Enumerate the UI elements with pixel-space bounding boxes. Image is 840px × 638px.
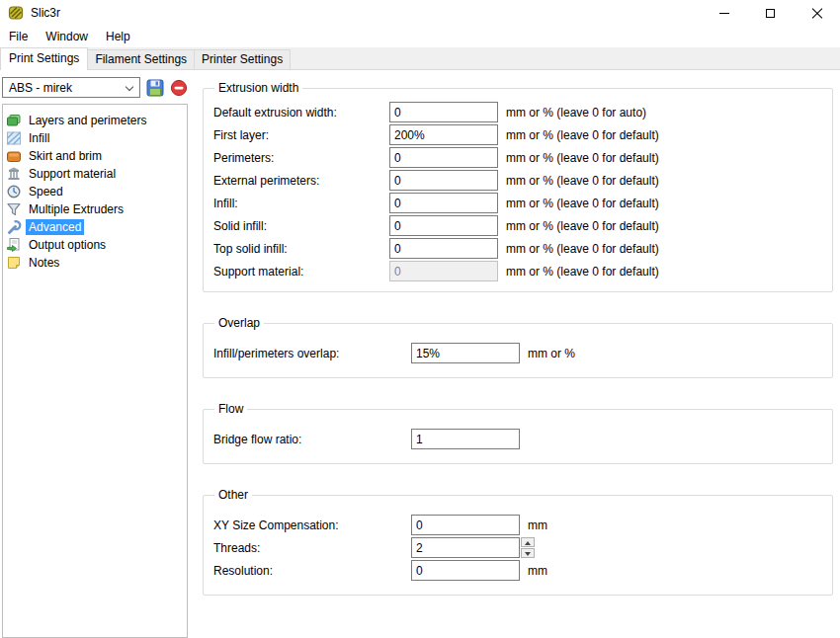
setting-label: Default extrusion width: bbox=[213, 106, 389, 120]
setting-row-default-extrusion-width: Default extrusion width: mm or % (leave … bbox=[213, 101, 822, 123]
settings-panel: Extrusion width Default extrusion width:… bbox=[188, 70, 840, 638]
note-icon bbox=[6, 255, 22, 271]
menu-item-file[interactable]: File bbox=[0, 27, 37, 46]
sidebar-item-multiple-extruders[interactable]: Multiple Extruders bbox=[3, 200, 187, 218]
group-title-overlap: Overlap bbox=[214, 316, 264, 330]
close-button[interactable] bbox=[794, 0, 840, 26]
preset-select[interactable]: ABS - mirek bbox=[2, 77, 140, 98]
unit-label: mm or % (leave 0 for default) bbox=[506, 265, 659, 279]
unit-label: mm or % (leave 0 for default) bbox=[506, 128, 659, 142]
setting-input-support-material[interactable] bbox=[389, 261, 498, 281]
sidebar-item-notes[interactable]: Notes bbox=[3, 254, 187, 272]
setting-input-first-layer[interactable] bbox=[389, 124, 498, 145]
delete-preset-button[interactable] bbox=[170, 79, 188, 97]
sidebar-item-advanced[interactable]: Advanced bbox=[3, 218, 187, 236]
layers-icon bbox=[6, 113, 22, 128]
unit-label: mm bbox=[528, 518, 547, 532]
setting-label: External perimeters: bbox=[213, 174, 389, 188]
sidebar-item-support-material[interactable]: Support material bbox=[3, 165, 187, 183]
support-icon bbox=[6, 166, 22, 182]
sidebar-item-infill[interactable]: Infill bbox=[3, 129, 187, 147]
spinner-up-icon[interactable] bbox=[521, 537, 535, 547]
setting-row-threads: Threads: bbox=[213, 536, 822, 559]
setting-input-xy-size-compensation[interactable] bbox=[411, 515, 520, 535]
setting-input-threads[interactable] bbox=[411, 537, 520, 558]
preset-row: ABS - mirek bbox=[2, 77, 188, 98]
unit-label: mm or % bbox=[528, 347, 575, 360]
group-extrusion-width: Extrusion width Default extrusion width:… bbox=[203, 81, 833, 292]
setting-input-bridge-flow-ratio[interactable] bbox=[411, 429, 520, 449]
settings-category-list: Layers and perimeters Infill Skirt and b… bbox=[2, 104, 188, 638]
setting-row-external-perimeters: External perimeters: mm or % (leave 0 fo… bbox=[213, 169, 822, 192]
menubar: File Window Help bbox=[0, 26, 840, 47]
tab-print-settings[interactable]: Print Settings bbox=[0, 47, 88, 70]
group-overlap: Overlap Infill/perimeters overlap: mm or… bbox=[203, 316, 833, 378]
setting-label: First layer: bbox=[213, 128, 389, 142]
sidebar: ABS - mirek Layers and perimeters bbox=[0, 70, 188, 638]
tab-printer-settings[interactable]: Printer Settings bbox=[194, 49, 291, 69]
slic3r-window: Slic3r File Window Help Print Settings F… bbox=[0, 0, 840, 638]
spinner-down-icon[interactable] bbox=[521, 548, 535, 558]
unit-label: mm or % (leave 0 for auto) bbox=[506, 106, 646, 120]
setting-input-infill[interactable] bbox=[389, 193, 498, 213]
setting-row-support-material: Support material: mm or % (leave 0 for d… bbox=[213, 260, 822, 282]
menu-item-window[interactable]: Window bbox=[37, 27, 97, 46]
setting-row-xy-size-compensation: XY Size Compensation: mm bbox=[213, 514, 822, 536]
unit-label: mm bbox=[528, 564, 547, 578]
setting-label: Bridge flow ratio: bbox=[213, 433, 411, 446]
setting-label: Solid infill: bbox=[213, 219, 389, 233]
setting-row-solid-infill: Solid infill: mm or % (leave 0 for defau… bbox=[213, 214, 822, 237]
output-icon bbox=[6, 237, 22, 253]
extrusion-width-rows: Default extrusion width: mm or % (leave … bbox=[213, 101, 822, 282]
setting-label: Top solid infill: bbox=[213, 242, 389, 256]
minimize-icon bbox=[719, 13, 729, 14]
sidebar-item-skirt-and-brim[interactable]: Skirt and brim bbox=[3, 147, 187, 165]
setting-label: Perimeters: bbox=[213, 151, 389, 165]
minimize-button[interactable] bbox=[701, 0, 747, 26]
value-spinner[interactable] bbox=[521, 537, 535, 558]
group-title-extrusion-width: Extrusion width bbox=[214, 81, 302, 95]
save-preset-button[interactable] bbox=[146, 79, 164, 97]
close-icon bbox=[811, 7, 823, 19]
window-title: Slic3r bbox=[31, 6, 60, 20]
setting-input-default-extrusion-width[interactable] bbox=[389, 102, 498, 122]
setting-input-top-solid-infill[interactable] bbox=[389, 238, 498, 259]
maximize-icon bbox=[766, 9, 775, 18]
setting-label: XY Size Compensation: bbox=[213, 518, 411, 532]
save-icon bbox=[146, 79, 164, 97]
setting-input-perimeters[interactable] bbox=[389, 147, 498, 168]
skirt-icon bbox=[6, 148, 22, 164]
group-flow: Flow Bridge flow ratio: bbox=[203, 402, 833, 464]
wrench-icon bbox=[6, 219, 22, 235]
group-title-other: Other bbox=[214, 488, 252, 502]
setting-row-resolution: Resolution: mm bbox=[213, 559, 822, 582]
setting-row-perimeters: Perimeters: mm or % (leave 0 for default… bbox=[213, 146, 822, 169]
menu-item-help[interactable]: Help bbox=[97, 27, 139, 46]
setting-row-bridge-flow-ratio: Bridge flow ratio: bbox=[213, 428, 822, 450]
setting-input-solid-infill[interactable] bbox=[389, 215, 498, 236]
sidebar-item-layers-and-perimeters[interactable]: Layers and perimeters bbox=[3, 112, 187, 129]
setting-row-top-solid-infill: Top solid infill: mm or % (leave 0 for d… bbox=[213, 237, 822, 260]
slic3r-app-icon bbox=[8, 5, 24, 21]
setting-input-infill-perimeters-overlap[interactable] bbox=[411, 343, 520, 363]
setting-row-infill-perimeters-overlap: Infill/perimeters overlap: mm or % bbox=[213, 342, 822, 364]
sidebar-item-speed[interactable]: Speed bbox=[3, 183, 187, 200]
setting-label: Support material: bbox=[213, 265, 389, 279]
content-area: ABS - mirek Layers and perimeters bbox=[0, 70, 840, 638]
unit-label: mm or % (leave 0 for default) bbox=[506, 174, 659, 188]
other-rows: XY Size Compensation: mm Threads: bbox=[213, 514, 822, 582]
speed-icon bbox=[6, 184, 22, 199]
caption-buttons bbox=[701, 0, 840, 26]
setting-input-resolution[interactable] bbox=[411, 560, 520, 581]
infill-icon bbox=[6, 130, 22, 146]
unit-label: mm or % (leave 0 for default) bbox=[506, 151, 659, 165]
flow-rows: Bridge flow ratio: bbox=[213, 428, 822, 450]
extruders-icon bbox=[6, 201, 22, 217]
sidebar-item-output-options[interactable]: Output options bbox=[3, 236, 187, 254]
maximize-button[interactable] bbox=[747, 0, 794, 26]
group-title-flow: Flow bbox=[214, 402, 247, 416]
tab-filament-settings[interactable]: Filament Settings bbox=[87, 49, 195, 69]
setting-row-first-layer: First layer: mm or % (leave 0 for defaul… bbox=[213, 123, 822, 146]
setting-input-external-perimeters[interactable] bbox=[389, 170, 498, 191]
unit-label: mm or % (leave 0 for default) bbox=[506, 242, 659, 256]
